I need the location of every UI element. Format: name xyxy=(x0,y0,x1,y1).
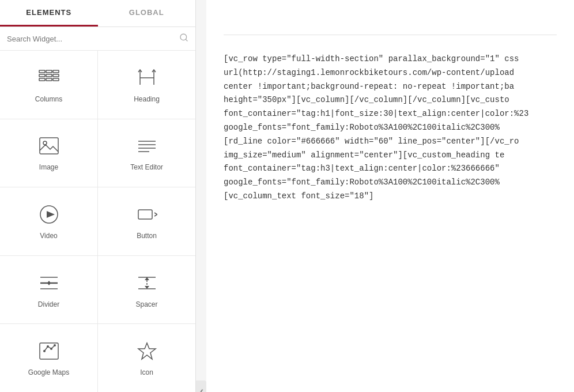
text-editor-icon xyxy=(135,134,158,157)
search-icon[interactable] xyxy=(179,33,188,44)
widget-label-google-maps: Google Maps xyxy=(28,368,69,376)
svg-point-35 xyxy=(47,345,49,348)
tab-bar: ELEMENTS GLOBAL xyxy=(0,0,195,27)
widget-label-heading: Heading xyxy=(134,95,160,103)
svg-rect-2 xyxy=(39,70,45,73)
widget-label-spacer: Spacer xyxy=(135,300,157,308)
widget-item-google-maps[interactable]: Google Maps xyxy=(0,324,97,392)
spacer-icon xyxy=(135,272,158,295)
search-input[interactable] xyxy=(7,35,179,43)
widget-label-image: Image xyxy=(39,163,58,171)
widget-item-divider[interactable]: Divider xyxy=(0,256,97,324)
svg-marker-21 xyxy=(47,211,55,218)
icon-widget-icon xyxy=(135,340,158,363)
svg-point-37 xyxy=(54,344,56,346)
code-display: [vc_row type="full-width-section" parall… xyxy=(224,52,557,203)
tab-global[interactable]: GLOBAL xyxy=(98,0,196,27)
svg-rect-14 xyxy=(40,138,58,154)
top-divider xyxy=(224,35,557,35)
divider-icon xyxy=(37,272,61,295)
widget-label-button: Button xyxy=(137,232,157,240)
widget-item-video[interactable]: Video xyxy=(0,187,97,255)
video-icon xyxy=(37,203,61,226)
widget-label-text-editor: Text Editor xyxy=(130,163,163,171)
widget-label-columns: Columns xyxy=(35,95,62,103)
heading-icon xyxy=(135,66,158,89)
widget-item-image[interactable]: Image xyxy=(0,119,97,187)
svg-rect-8 xyxy=(39,78,45,81)
widget-label-divider: Divider xyxy=(38,300,59,308)
sidebar: ELEMENTS GLOBAL xyxy=(0,0,196,392)
svg-marker-27 xyxy=(47,283,51,285)
svg-rect-10 xyxy=(53,78,59,81)
widget-label-video: Video xyxy=(40,232,57,240)
search-bar xyxy=(0,27,195,51)
svg-rect-5 xyxy=(39,74,45,77)
svg-marker-38 xyxy=(138,343,156,359)
svg-point-15 xyxy=(43,141,47,145)
collapse-handle[interactable]: ❮ xyxy=(196,380,206,392)
svg-rect-4 xyxy=(53,70,59,73)
svg-rect-7 xyxy=(53,74,59,77)
widget-item-columns[interactable]: Columns xyxy=(0,51,97,119)
widget-item-heading[interactable]: Heading xyxy=(98,51,195,119)
button-icon xyxy=(135,203,158,226)
svg-rect-9 xyxy=(46,78,52,81)
widget-item-text-editor[interactable]: Text Editor xyxy=(98,119,195,187)
svg-rect-22 xyxy=(138,210,152,219)
main-content: [vc_row type="full-width-section" parall… xyxy=(206,0,574,392)
svg-marker-26 xyxy=(47,281,51,283)
tab-elements[interactable]: ELEMENTS xyxy=(0,0,98,27)
widget-item-icon[interactable]: Icon xyxy=(98,324,195,392)
google-maps-icon xyxy=(37,340,61,363)
widgets-grid: Columns Heading xyxy=(0,51,195,392)
image-icon xyxy=(37,134,61,157)
svg-line-1 xyxy=(186,39,187,41)
svg-rect-3 xyxy=(46,70,52,73)
svg-rect-6 xyxy=(46,74,52,77)
widget-item-button[interactable]: Button xyxy=(98,187,195,255)
widget-item-spacer[interactable]: Spacer xyxy=(98,256,195,324)
svg-point-36 xyxy=(50,348,52,350)
svg-point-34 xyxy=(43,350,46,352)
widget-label-icon: Icon xyxy=(140,368,153,376)
columns-icon xyxy=(37,66,61,89)
